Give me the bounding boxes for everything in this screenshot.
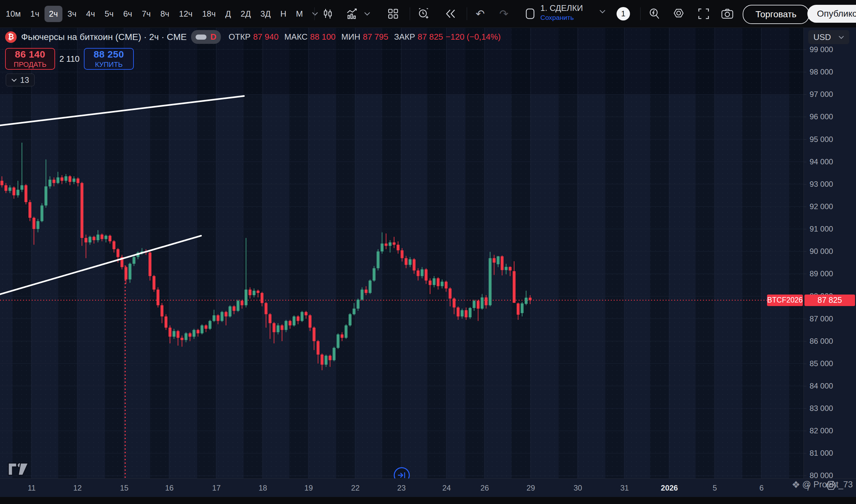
buy-price: 88 250 bbox=[94, 49, 124, 60]
fullscreen-icon[interactable] bbox=[696, 6, 711, 21]
timeframe-7ч[interactable]: 7ч bbox=[137, 6, 155, 22]
settings-gear-icon[interactable] bbox=[671, 6, 686, 21]
trade-button[interactable]: Торговать bbox=[743, 5, 809, 24]
timeframe-Д[interactable]: Д bbox=[221, 6, 236, 22]
price-axis-tick bbox=[804, 364, 806, 364]
layout-name-block[interactable]: 1. СДЕЛКИ Сохранить bbox=[541, 3, 583, 21]
price-axis-label: 86 000 bbox=[809, 337, 833, 346]
notification-count-badge[interactable]: 1 bbox=[617, 7, 630, 20]
price-axis-label: 92 000 bbox=[809, 202, 833, 211]
toolbar-separator bbox=[467, 7, 467, 20]
tradingview-logo[interactable] bbox=[6, 460, 30, 477]
layout-panel-icon[interactable] bbox=[523, 6, 538, 21]
close-label: ЗАКР bbox=[394, 32, 415, 42]
collapsed-count: 13 bbox=[20, 75, 29, 85]
symbol-title[interactable]: Фьючерсы на биткоин (CME) · 2ч · CME bbox=[21, 32, 187, 42]
timeframe-8ч[interactable]: 8ч bbox=[156, 6, 174, 22]
price-axis-tick bbox=[804, 162, 806, 162]
time-axis-label: 17 bbox=[212, 484, 221, 492]
screenshot-camera-icon[interactable] bbox=[720, 6, 735, 21]
high-value: 88 100 bbox=[310, 32, 336, 42]
timeframe-18ч[interactable]: 18ч bbox=[198, 6, 220, 22]
time-axis-label: 7 bbox=[806, 484, 810, 492]
price-axis-label: 87 000 bbox=[809, 314, 833, 323]
time-axis-label: 16 bbox=[165, 484, 174, 492]
currency-label: USD bbox=[814, 32, 831, 42]
price-axis-label: 90 000 bbox=[809, 247, 833, 256]
timezone-gear-icon[interactable] bbox=[825, 480, 837, 494]
price-axis-label: 91 000 bbox=[809, 224, 833, 233]
timeframe-М[interactable]: М bbox=[291, 6, 307, 22]
high-label: МАКС bbox=[284, 32, 308, 42]
price-axis-label: 85 000 bbox=[809, 359, 833, 368]
timeframe-6ч[interactable]: 6ч bbox=[119, 6, 137, 22]
timeframe-1ч[interactable]: 1ч bbox=[26, 6, 44, 22]
toolbar-separator bbox=[410, 7, 410, 20]
low-value: 87 795 bbox=[363, 32, 388, 42]
price-axis-tick bbox=[804, 184, 806, 184]
timeframe-12ч[interactable]: 12ч bbox=[174, 6, 197, 22]
price-axis-tick bbox=[804, 229, 806, 229]
time-axis-label: 29 bbox=[527, 484, 535, 492]
time-axis[interactable]: 11121516171819222324262930312026567 bbox=[0, 479, 856, 497]
bar-replay-icon[interactable] bbox=[443, 6, 458, 21]
time-axis-label: 30 bbox=[573, 484, 582, 492]
timeframe-Н[interactable]: Н bbox=[276, 6, 291, 22]
alert-clock-plus-icon[interactable] bbox=[415, 6, 431, 21]
chart-style-candles-icon[interactable] bbox=[320, 6, 336, 21]
timeframe-2ч[interactable]: 2ч bbox=[45, 6, 63, 22]
currency-dropdown[interactable]: USD bbox=[808, 30, 849, 44]
toolbar-separator bbox=[640, 7, 640, 20]
buy-button[interactable]: 88 250 КУПИТЬ bbox=[84, 48, 134, 70]
price-axis-tick bbox=[804, 50, 806, 50]
price-axis-tick bbox=[804, 251, 806, 252]
layout-name: 1. СДЕЛКИ bbox=[541, 3, 583, 13]
object-tree-collapse-button[interactable]: 13 bbox=[6, 74, 35, 86]
price-axis-label: 84 000 bbox=[809, 381, 833, 391]
sell-button[interactable]: 86 140 ПРОДАТЬ bbox=[5, 48, 55, 70]
save-layout-link[interactable]: Сохранить bbox=[541, 14, 583, 21]
chart-pane[interactable]: ₿ Фьючерсы на биткоин (CME) · 2ч · CME D… bbox=[0, 28, 804, 479]
low-label: МИН bbox=[341, 32, 360, 42]
indicators-icon[interactable] bbox=[345, 6, 360, 21]
timeframe-5ч[interactable]: 5ч bbox=[100, 6, 118, 22]
indicators-chevron-down-icon[interactable] bbox=[362, 6, 373, 21]
price-axis-label: 82 000 bbox=[809, 426, 833, 435]
price-axis-tick bbox=[804, 408, 806, 409]
last-price-badge: 87 825 bbox=[804, 294, 855, 306]
multichart-layout-icon[interactable] bbox=[386, 6, 401, 21]
adjustment-toggle[interactable]: D bbox=[191, 30, 221, 44]
timeframe-3ч[interactable]: 3ч bbox=[63, 6, 81, 22]
symbol-info-row: ₿ Фьючерсы на биткоин (CME) · 2ч · CME D… bbox=[5, 30, 501, 44]
price-axis-label: 83 000 bbox=[809, 404, 833, 413]
timeframe-3Д[interactable]: 3Д bbox=[256, 6, 275, 22]
publish-button[interactable]: Опубликовать bbox=[807, 5, 856, 23]
price-axis-tick bbox=[804, 475, 806, 476]
timeframe-group: 10м1ч2ч3ч4ч5ч6ч7ч8ч12ч18чД2Д3ДНМ bbox=[1, 0, 322, 28]
spread-value: 2 110 bbox=[55, 54, 84, 64]
price-axis-tick bbox=[804, 274, 806, 274]
time-axis-label: 19 bbox=[305, 484, 313, 492]
price-axis-tick bbox=[804, 453, 806, 453]
time-axis-label: 5 bbox=[713, 484, 717, 492]
timeframe-2Д[interactable]: 2Д bbox=[236, 6, 255, 22]
price-axis-label: 89 000 bbox=[809, 269, 833, 278]
redo-icon[interactable]: ↷ bbox=[496, 6, 512, 21]
quick-search-bolt-icon[interactable] bbox=[647, 6, 662, 21]
price-line-symbol-badge: BTCF2026 bbox=[767, 294, 803, 306]
timeframe-4ч[interactable]: 4ч bbox=[82, 6, 100, 22]
change-value: −120 (−0,14%) bbox=[446, 32, 501, 42]
adjustment-d-badge: D bbox=[210, 32, 217, 42]
sell-price: 86 140 bbox=[15, 49, 46, 60]
time-axis-label: 2026 bbox=[661, 484, 678, 492]
price-axis-tick bbox=[804, 341, 806, 342]
chart-canvas[interactable] bbox=[0, 28, 804, 479]
price-axis-tick bbox=[804, 319, 806, 319]
price-axis-label: 95 000 bbox=[809, 135, 833, 144]
timeframe-10м[interactable]: 10м bbox=[1, 6, 25, 22]
time-axis-label: 22 bbox=[351, 484, 360, 492]
undo-icon[interactable]: ↶ bbox=[473, 6, 488, 21]
price-axis[interactable]: USD 87 825 99 00098 00097 00096 00095 00… bbox=[804, 28, 856, 479]
layout-chevron-down-icon[interactable] bbox=[599, 9, 606, 15]
time-axis-label: 24 bbox=[442, 484, 451, 492]
